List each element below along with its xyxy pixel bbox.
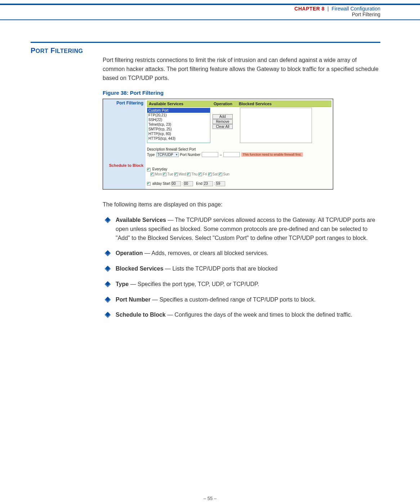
day-label: Sun <box>223 172 229 176</box>
blocked-services-list[interactable] <box>240 108 312 143</box>
allday-checkbox[interactable] <box>147 182 151 186</box>
list-item: Available Services — The TCP/UDP service… <box>105 216 380 242</box>
bullet-icon <box>105 266 111 272</box>
section-heading: PORT FILTERING <box>31 46 103 55</box>
bullet-icon <box>105 296 111 303</box>
figure-screenshot: Port Filtering Schedule to Block Availab… <box>103 99 333 189</box>
colon: : <box>182 182 183 186</box>
section-rule <box>31 42 380 43</box>
remove-button[interactable]: Remove <box>213 119 233 124</box>
everyday-label: Everyday <box>152 167 167 171</box>
col-operation: Operation <box>214 102 239 106</box>
bullet-icon <box>105 217 111 223</box>
service-option[interactable]: HTTPS(tcp, 443) <box>147 136 210 141</box>
start-min-input[interactable]: 00 <box>184 181 193 186</box>
available-services-list[interactable]: Custom Port FTP(20,21) SSH(22) Telnet(tc… <box>147 108 210 143</box>
type-label: Type <box>147 153 155 157</box>
list-item: Blocked Services — Lists the TCP/UDP por… <box>105 264 380 273</box>
bullet-icon <box>105 312 111 318</box>
col-available: Available Services <box>149 102 214 106</box>
list-item: Schedule to Block — Configures the days … <box>105 311 380 320</box>
add-button[interactable]: Add <box>213 114 233 119</box>
pipe: | <box>327 6 329 12</box>
end-hour-input[interactable]: 23 <box>204 181 213 186</box>
item-term: Blocked Services <box>116 266 164 272</box>
port-start-input[interactable] <box>202 152 218 157</box>
colon: : <box>214 182 215 186</box>
allday-label: allday <box>152 182 162 186</box>
item-term: Available Services <box>116 217 166 223</box>
list-item: Operation — Adds, removes, or clears all… <box>105 249 380 258</box>
service-option[interactable]: FTP(20,21) <box>147 113 210 117</box>
item-desc: — Specifies a custom-defined range of TC… <box>151 296 316 303</box>
port-number-label: Port Number <box>180 153 201 157</box>
item-term: Port Number <box>116 296 151 303</box>
day-checkbox[interactable] <box>163 173 166 176</box>
chapter-title: Firewall Configuration <box>332 6 380 12</box>
start-label: Start <box>163 182 170 186</box>
item-desc: — Specifies the port type, TCP, UDP, or … <box>129 281 259 287</box>
service-option[interactable]: SMTP(tcp, 25) <box>147 127 210 131</box>
start-hour-input[interactable]: 00 <box>171 181 181 186</box>
day-label: Thu <box>191 172 197 176</box>
item-desc: — Adds, removes, or clears all blocked s… <box>143 250 269 256</box>
page-header: CHAPTER 8 | Firewall Configuration Port … <box>0 5 420 19</box>
service-option[interactable]: SSH(22) <box>147 117 210 122</box>
list-item: Type — Specifies the port type, TCP, UDP… <box>105 280 380 289</box>
day-label: Wed <box>179 172 186 176</box>
day-checkbox[interactable] <box>208 173 212 176</box>
port-end-input[interactable] <box>223 152 240 157</box>
items-list: Available Services — The TCP/UDP service… <box>105 216 380 320</box>
description-label: Description firewall Select Port <box>147 147 331 151</box>
day-checkbox[interactable] <box>174 173 178 176</box>
type-select[interactable]: TCP/UDP <box>156 152 179 157</box>
intro-paragraph: Port filtering restricts connections to … <box>103 56 380 82</box>
port-dash: – <box>220 153 222 157</box>
day-label: Fri <box>203 172 207 176</box>
chapter-label: CHAPTER 8 <box>294 6 325 12</box>
col-blocked: Blocked Services <box>239 102 272 106</box>
shot-side-title: Port Filtering <box>103 101 143 106</box>
header-subsection: Port Filtering <box>294 12 380 17</box>
item-term: Operation <box>116 250 143 256</box>
shot-side-schedule: Schedule to Block <box>103 163 143 168</box>
day-label: Tue <box>167 172 173 176</box>
day-checkbox[interactable] <box>187 173 191 176</box>
bullet-icon <box>105 281 111 287</box>
day-checkbox[interactable] <box>151 173 154 176</box>
bullet-icon <box>105 250 111 257</box>
service-option-selected[interactable]: Custom Port <box>147 108 210 113</box>
day-label: Sat <box>213 172 218 176</box>
item-term: Type <box>116 281 129 287</box>
day-label: Mon <box>155 172 162 176</box>
day-checkbox[interactable] <box>198 173 202 176</box>
service-option[interactable]: HTTP(tcp, 80) <box>147 131 210 136</box>
list-item: Port Number — Specifies a custom-defined… <box>105 295 380 304</box>
item-term: Schedule to Block <box>116 312 166 318</box>
page-number: – 55 – <box>0 496 420 501</box>
clear-all-button[interactable]: Clear All <box>213 124 233 129</box>
figure-caption: Figure 38: Port Filtering <box>103 90 380 96</box>
end-min-input[interactable]: 59 <box>216 181 225 186</box>
item-desc: — Configures the days of the week and ti… <box>166 312 352 318</box>
firewall-warning: This function need to enable firewall fi… <box>241 152 303 157</box>
day-checkbox[interactable] <box>219 173 222 176</box>
item-desc: — Lists the TCP/UDP ports that are block… <box>164 266 278 272</box>
end-label: End <box>196 182 202 186</box>
service-option[interactable]: Telnet(tcp, 23) <box>147 122 210 127</box>
after-figure-text: The following items are displayed on thi… <box>103 200 380 209</box>
everyday-checkbox[interactable] <box>147 168 151 171</box>
